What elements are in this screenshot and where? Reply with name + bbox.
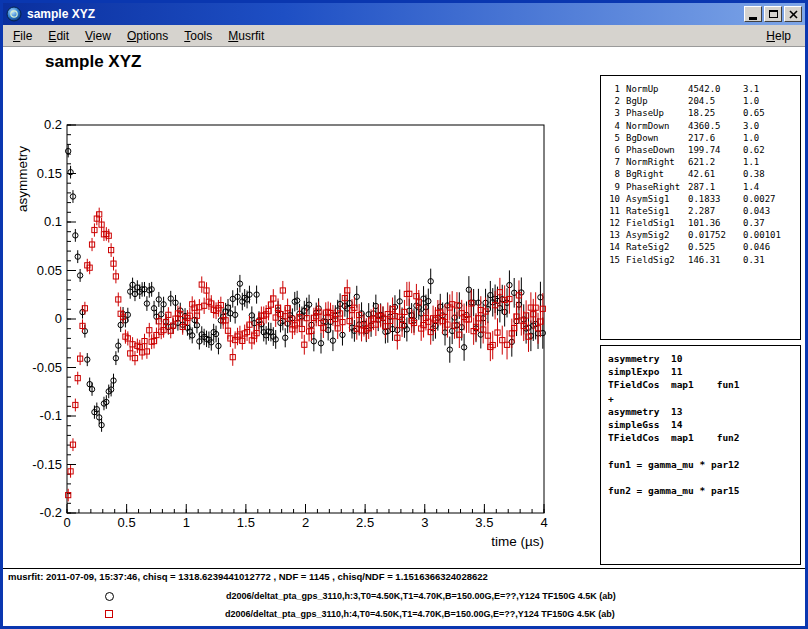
- param-number: 10: [607, 193, 620, 205]
- param-value: 621.2: [688, 156, 743, 168]
- parameter-box: 1NormUp4542.03.12BgUp204.51.03PhaseUp18.…: [600, 75, 801, 340]
- param-name: RateSig1: [626, 205, 688, 217]
- y-tick-label: 0.15: [37, 166, 62, 181]
- theory-line: fun2 = gamma_mu * par15: [608, 484, 800, 497]
- maximize-icon: [769, 10, 778, 18]
- param-name: RateSig2: [626, 241, 688, 253]
- legend-marker-square-icon: [105, 610, 113, 618]
- menu-item-musrfit[interactable]: Musrfit: [220, 26, 272, 46]
- close-button[interactable]: [784, 6, 802, 22]
- window-titlebar[interactable]: sample XYZ: [3, 3, 805, 25]
- menu-bar: FileEditViewOptionsToolsMusrfit Help: [3, 25, 805, 47]
- menu-item-edit[interactable]: Edit: [40, 26, 77, 46]
- legend-row: d2006/deltat_pta_gps_3110,h:4,T0=4.50K,T…: [105, 608, 615, 620]
- param-error: 3.1: [743, 83, 759, 95]
- param-value: 4542.0: [688, 83, 743, 95]
- theory-line: +: [608, 392, 800, 405]
- param-number: 8: [607, 168, 620, 180]
- theory-line: asymmetry 10: [608, 352, 800, 365]
- menu-left-group: FileEditViewOptionsToolsMusrfit: [5, 26, 272, 46]
- theory-line: [608, 471, 800, 484]
- x-tick-label: 1.5: [237, 515, 255, 530]
- param-number: 7: [607, 156, 620, 168]
- maximize-button[interactable]: [764, 6, 782, 22]
- param-row: 9PhaseRight287.11.4: [607, 181, 800, 193]
- y-tick-label: -0.2: [40, 505, 62, 520]
- x-tick-label: 2.5: [356, 515, 374, 530]
- x-axis-title: time (µs): [491, 534, 544, 549]
- param-name: PhaseDown: [626, 144, 688, 156]
- param-name: FieldSig1: [626, 217, 688, 229]
- param-error: 0.046: [743, 241, 770, 253]
- param-number: 6: [607, 144, 620, 156]
- param-value: 4360.5: [688, 120, 743, 132]
- menu-item-help[interactable]: Help: [758, 26, 799, 46]
- param-value: 146.31: [688, 254, 743, 266]
- x-tick-label: 0: [63, 515, 70, 530]
- param-value: 42.61: [688, 168, 743, 180]
- param-error: 3.0: [743, 120, 759, 132]
- theory-box: asymmetry 10simplExpo 11TFieldCos map1 f…: [600, 345, 801, 565]
- param-error: 0.37: [743, 217, 765, 229]
- param-name: PhaseRight: [626, 181, 688, 193]
- param-value: 18.25: [688, 107, 743, 119]
- param-row: 3PhaseUp18.250.65: [607, 107, 800, 119]
- menu-item-options[interactable]: Options: [119, 26, 176, 46]
- param-name: AsymSig2: [626, 229, 688, 241]
- param-row: 13AsymSig20.017520.00101: [607, 229, 800, 241]
- param-row: 4NormDown4360.53.0: [607, 120, 800, 132]
- param-row: 7NormRight621.21.1: [607, 156, 800, 168]
- param-error: 1.0: [743, 95, 759, 107]
- window-title: sample XYZ: [27, 7, 742, 21]
- param-row: 10AsymSig10.18330.0027: [607, 193, 800, 205]
- param-value: 0.525: [688, 241, 743, 253]
- param-value: 287.1: [688, 181, 743, 193]
- param-name: BgDown: [626, 132, 688, 144]
- x-tick-label: 3.5: [475, 515, 493, 530]
- app-icon: [6, 6, 22, 22]
- param-row: 11RateSig12.2870.043: [607, 205, 800, 217]
- param-name: BgUp: [626, 95, 688, 107]
- menu-item-file[interactable]: File: [5, 26, 40, 46]
- param-value: 101.36: [688, 217, 743, 229]
- x-tick-label: 2: [302, 515, 309, 530]
- param-row: 1NormUp4542.03.1: [607, 83, 800, 95]
- y-tick-label: 0.05: [37, 263, 62, 278]
- theory-line: asymmetry 13: [608, 405, 800, 418]
- y-tick-label: 0.1: [44, 214, 62, 229]
- y-tick-label: 0: [55, 311, 62, 326]
- asymmetry-plot[interactable]: 00.511.522.533.540.20.150.10.050-0.05-0.…: [3, 47, 598, 562]
- param-number: 13: [607, 229, 620, 241]
- param-number: 1: [607, 83, 620, 95]
- param-error: 0.65: [743, 107, 765, 119]
- x-tick-label: 4: [540, 515, 547, 530]
- legend-label: d2006/deltat_pta_gps_3110,h:3,T0=4.50K,T…: [226, 591, 616, 601]
- x-tick-label: 0.5: [118, 515, 136, 530]
- param-number: 3: [607, 107, 620, 119]
- param-error: 0.00101: [743, 229, 781, 241]
- minimize-button[interactable]: [744, 6, 762, 22]
- menu-item-tools[interactable]: Tools: [176, 26, 220, 46]
- param-error: 1.4: [743, 181, 759, 193]
- y-tick-label: -0.15: [32, 457, 62, 472]
- param-error: 1.1: [743, 156, 759, 168]
- param-name: NormRight: [626, 156, 688, 168]
- param-error: 1.0: [743, 132, 759, 144]
- param-error: 0.62: [743, 144, 765, 156]
- param-number: 5: [607, 132, 620, 144]
- param-error: 0.043: [743, 205, 770, 217]
- minimize-icon: [749, 17, 757, 20]
- theory-line: TFieldCos map1 fun1: [608, 378, 800, 391]
- param-name: PhaseUp: [626, 107, 688, 119]
- x-tick-label: 1: [183, 515, 190, 530]
- legend-marker-circle-icon: [105, 592, 114, 601]
- param-number: 12: [607, 217, 620, 229]
- param-row: 2BgUp204.51.0: [607, 95, 800, 107]
- param-name: NormDown: [626, 120, 688, 132]
- menu-item-view[interactable]: View: [77, 26, 119, 46]
- param-name: NormUp: [626, 83, 688, 95]
- param-row: 12FieldSig1101.360.37: [607, 217, 800, 229]
- theory-line: fun1 = gamma_mu * par12: [608, 458, 800, 471]
- y-axis-title: asymmetry: [15, 146, 30, 212]
- param-value: 217.6: [688, 132, 743, 144]
